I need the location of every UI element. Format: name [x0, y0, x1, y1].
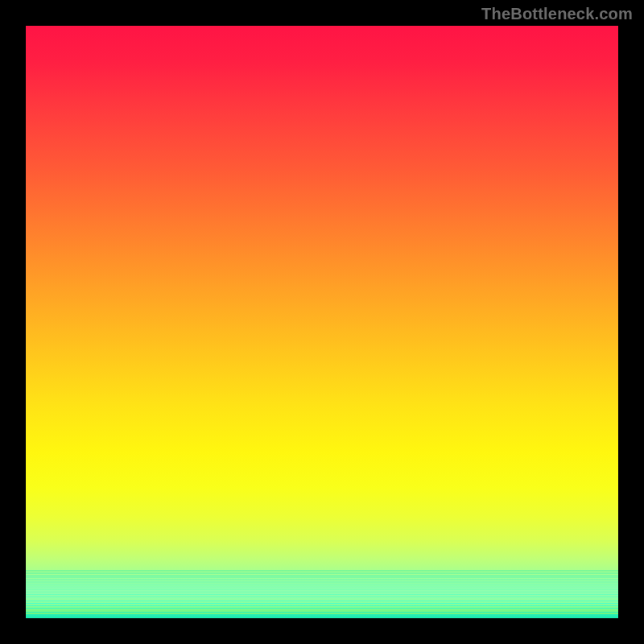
- plot-area: [26, 26, 618, 618]
- background-gradient: [26, 26, 618, 618]
- chart-stage: TheBottleneck.com: [0, 0, 644, 644]
- watermark-text: TheBottleneck.com: [481, 5, 633, 23]
